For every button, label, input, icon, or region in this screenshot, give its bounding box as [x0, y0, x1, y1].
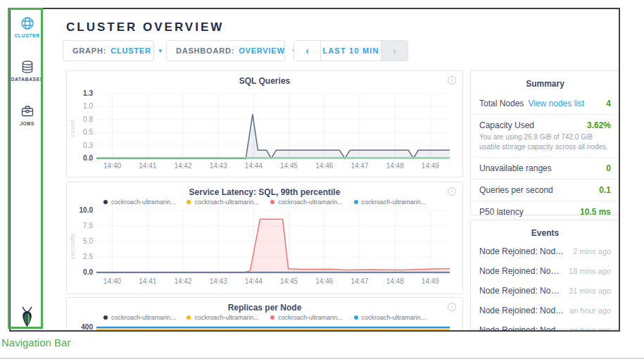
legend-label: cockroach-ultramarin...: [194, 314, 259, 321]
legend-item[interactable]: cockroach-ultramarin...: [187, 314, 259, 321]
database-icon: [20, 60, 34, 74]
svg-text:14:46: 14:46: [315, 162, 333, 170]
legend-item[interactable]: cockroach-ultramarin...: [103, 314, 176, 321]
event-row: Node Rejoined: Node 2 rej...31 mins ago: [471, 281, 619, 301]
event-row: Node Rejoined: Node 1 rej...an hour ago: [471, 301, 619, 320]
bottom-divider: [0, 358, 644, 359]
sql-queries-plot: 0.00.30.50.81.01.314:4014:4114:4214:4314…: [75, 88, 455, 174]
summary-row-value: 4: [606, 99, 611, 108]
admin-ui-window: CLUSTERDATABASESJOBS CLUSTER OVERVIEW GR…: [9, 8, 620, 332]
chart-title: Replicas per Node: [67, 303, 462, 313]
event-row: Node Rejoined: Node 4 rej...an hour ago: [471, 320, 619, 332]
time-range-value[interactable]: LAST 10 MIN: [321, 41, 381, 61]
svg-text:10.0: 10.0: [80, 206, 94, 214]
event-time: 31 mins ago: [569, 287, 611, 295]
summary-row-label: Capacity Used: [479, 120, 534, 130]
sidebar-item-databases[interactable]: DATABASES: [11, 60, 44, 82]
sidebar-item-jobs[interactable]: JOBS: [11, 104, 44, 126]
legend-dot-icon: [187, 315, 191, 320]
time-prev-button[interactable]: ‹: [294, 41, 321, 61]
summary-row: Capacity Used3.62%You are using 26.8 GiB…: [471, 114, 619, 157]
time-next-button[interactable]: ›: [381, 41, 408, 61]
legend-dot-icon: [270, 200, 274, 204]
sidebar-item-cluster[interactable]: CLUSTER: [11, 16, 44, 38]
event-row: Node Rejoined: Node 4 rej...2 mins ago: [471, 241, 619, 261]
summary-row-value: 0.1: [599, 185, 611, 195]
summary-row: Unavailable ranges0: [471, 157, 619, 179]
summary-row-value: 0: [606, 163, 611, 173]
svg-text:14:47: 14:47: [351, 277, 368, 285]
graph-dropdown[interactable]: GRAPH: CLUSTER ▼: [63, 40, 154, 61]
service-latency-chart-panel: Service Latency: SQL, 99th percentile co…: [66, 182, 463, 294]
dashboard-dropdown-value: OVERVIEW: [239, 46, 285, 55]
svg-text:0.5: 0.5: [83, 128, 93, 136]
event-text: Node Rejoined: Node 4 rej...: [479, 246, 567, 256]
replicas-per-node-plot: 400: [75, 322, 455, 332]
legend-item[interactable]: cockroach-ultramarin...: [103, 199, 176, 206]
chart-title: Service Latency: SQL, 99th percentile: [67, 187, 462, 197]
chevron-down-icon: ▼: [158, 48, 163, 54]
svg-text:14:42: 14:42: [174, 277, 191, 285]
svg-text:0.3: 0.3: [83, 142, 93, 149]
svg-text:14:45: 14:45: [280, 277, 298, 285]
svg-text:0.0: 0.0: [83, 268, 93, 276]
event-text: Node Rejoined: Node 3 rej...: [479, 266, 563, 276]
event-time: 18 mins ago: [569, 267, 611, 275]
svg-text:400: 400: [81, 323, 93, 331]
legend-label: cockroach-ultramarin...: [194, 199, 259, 206]
summary-row: Total NodesView nodes list4: [471, 93, 619, 114]
legend-label: cockroach-ultramarin...: [362, 199, 427, 206]
event-text: Node Rejoined: Node 4 rej...: [479, 325, 564, 332]
events-title: Events: [471, 220, 619, 238]
chart-title: SQL Queries: [67, 76, 462, 86]
summary-row-label: Unavailable ranges: [479, 163, 552, 173]
svg-text:1.0: 1.0: [83, 102, 93, 110]
service-latency-plot: 0.02.55.07.510.014:4014:4114:4214:4314:4…: [75, 206, 455, 289]
replicas-per-node-chart-panel: Replicas per Node cockroach-ultramarin..…: [66, 297, 463, 332]
summary-row-value: 10.5 ms: [580, 207, 611, 217]
legend-item[interactable]: cockroach-ultramarin...: [270, 314, 343, 321]
legend-dot-icon: [103, 315, 108, 320]
svg-text:14:40: 14:40: [103, 162, 121, 170]
dashboard-dropdown-label: DASHBOARD:: [176, 46, 234, 55]
summary-panel: Summary Total NodesView nodes list4Capac…: [470, 70, 620, 215]
svg-text:1.3: 1.3: [83, 89, 93, 97]
svg-text:14:48: 14:48: [386, 162, 404, 170]
sql-queries-chart-panel: SQL Queries count 0.00.30.50.81.01.314:4…: [66, 70, 463, 177]
svg-text:14:49: 14:49: [422, 162, 439, 170]
summary-title: Summary: [471, 71, 619, 89]
svg-text:5.0: 5.0: [83, 237, 93, 245]
summary-row-value: 3.62%: [587, 120, 611, 130]
event-time: 2 mins ago: [573, 247, 611, 256]
info-icon[interactable]: [448, 76, 456, 84]
svg-text:7.5: 7.5: [83, 222, 93, 230]
svg-text:14:41: 14:41: [139, 162, 156, 170]
info-icon[interactable]: [448, 303, 456, 311]
globe-icon: [20, 16, 34, 30]
legend-item[interactable]: cockroach-ultramarin...: [187, 199, 259, 206]
legend-dot-icon: [270, 315, 274, 320]
svg-text:0.0: 0.0: [83, 154, 93, 162]
svg-text:14:49: 14:49: [422, 277, 439, 285]
legend-dot-icon: [354, 200, 358, 204]
event-time: an hour ago: [569, 306, 611, 315]
chart-legend: cockroach-ultramarin...cockroach-ultrama…: [67, 314, 462, 321]
sidebar-item-label: JOBS: [20, 121, 34, 126]
info-icon[interactable]: [448, 187, 456, 196]
sidebar-item-label: DATABASES: [11, 77, 43, 82]
event-text: Node Rejoined: Node 2 rej...: [479, 286, 563, 296]
svg-text:14:43: 14:43: [210, 277, 227, 285]
summary-row-label: P50 latency: [479, 207, 524, 217]
dashboard-dropdown[interactable]: DASHBOARD: OVERVIEW ▼: [166, 40, 285, 61]
capacity-used-subtext: You are using 26.8 GiB of 742.0 GiB usab…: [479, 132, 611, 151]
svg-text:14:42: 14:42: [174, 162, 191, 170]
briefcase-icon: [20, 104, 34, 118]
svg-text:14:43: 14:43: [210, 162, 227, 170]
legend-item[interactable]: cockroach-ultramarin...: [354, 199, 427, 206]
legend-item[interactable]: cockroach-ultramarin...: [270, 199, 343, 206]
svg-text:14:41: 14:41: [139, 277, 156, 285]
legend-item[interactable]: cockroach-ultramarin...: [354, 314, 427, 321]
event-row: Node Rejoined: Node 3 rej...18 mins ago: [471, 261, 619, 281]
legend-label: cockroach-ultramarin...: [362, 314, 427, 321]
view-nodes-list-link[interactable]: View nodes list: [528, 99, 584, 108]
